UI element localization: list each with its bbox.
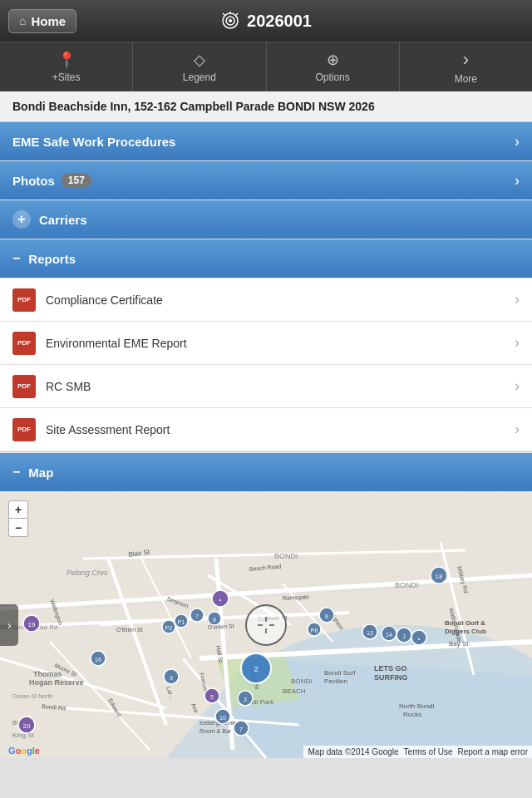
report-compliance-label: Compliance Certificate <box>46 293 515 307</box>
report-item-compliance[interactable]: PDF Compliance Certificate › <box>0 278 532 322</box>
svg-text:Pelong Cres: Pelong Cres <box>66 569 108 577</box>
svg-line-4 <box>223 13 224 15</box>
report-item-site-assessment[interactable]: PDF Site Assessment Report › <box>0 408 532 451</box>
site-assessment-chevron-icon: › <box>515 421 520 438</box>
svg-text:BONDI: BONDI <box>291 677 312 685</box>
address-bar: Bondi Beachside Inn, 152-162 Campbell Pa… <box>0 91 532 122</box>
svg-text:Bondi Surf: Bondi Surf <box>324 669 356 677</box>
pdf-icon-compliance: PDF <box>12 288 36 312</box>
google-logo: Google <box>8 746 40 756</box>
page-title: 2026001 <box>247 12 312 31</box>
pdf-icon-rcsmb: PDF <box>12 375 36 398</box>
reports-section[interactable]: − Reports <box>0 239 532 278</box>
report-map-error-link[interactable]: Report a map error <box>458 747 528 756</box>
svg-text:8: 8 <box>213 617 216 623</box>
svg-text:BEACH: BEACH <box>283 687 306 695</box>
map-container[interactable]: Blair St Beach Road Wellington Simpson O… <box>0 492 532 758</box>
report-item-environmental[interactable]: PDF Environmental EME Report › <box>0 322 532 365</box>
svg-text:P1: P1 <box>178 619 185 625</box>
svg-text:J: J <box>402 633 406 639</box>
antenna-icon <box>220 11 240 31</box>
options-icon: ⊕ <box>327 51 339 69</box>
svg-text:O'Brien St: O'Brien St <box>116 627 143 633</box>
svg-text:SURFING: SURFING <box>374 673 408 682</box>
report-rcsmb-label: RC SMB <box>46 380 515 393</box>
reports-list: PDF Compliance Certificate › PDF Environ… <box>0 278 532 451</box>
svg-text:P6: P6 <box>311 628 318 633</box>
photos-chevron-icon: › <box>515 172 520 190</box>
svg-text:3: 3 <box>244 697 247 702</box>
svg-text:9: 9 <box>170 675 173 681</box>
zoom-in-button[interactable]: + <box>8 500 28 519</box>
pdf-icon-environmental: PDF <box>12 332 36 355</box>
svg-text:Pavilion: Pavilion <box>324 677 347 685</box>
map-data-text: Map data ©2014 Google <box>308 747 398 756</box>
crosshair-icon <box>256 615 276 635</box>
tab-legend-label: Legend <box>183 71 216 83</box>
environmental-chevron-icon: › <box>515 334 520 352</box>
side-arrow-button[interactable]: › <box>0 604 18 646</box>
svg-text:13: 13 <box>367 630 373 636</box>
map-zoom-controls: + − <box>8 500 28 537</box>
reports-minus-icon: − <box>12 251 20 266</box>
svg-text:8: 8 <box>325 613 328 619</box>
svg-text:Diggers Club: Diggers Club <box>445 628 486 635</box>
photos-count-badge: 157 <box>62 173 91 188</box>
tab-options[interactable]: ⊕ Options <box>267 42 400 91</box>
svg-text:Bay St: Bay St <box>449 640 469 648</box>
svg-text:7: 7 <box>239 727 243 732</box>
terms-of-use-link[interactable]: Terms of Use <box>404 747 453 756</box>
home-button[interactable]: ⌂ Home <box>8 9 76 33</box>
svg-text:Bondi Golf &: Bondi Golf & <box>445 619 485 627</box>
svg-text:19: 19 <box>28 621 36 628</box>
svg-text:Rocks: Rocks <box>403 711 421 718</box>
svg-text:Room & Bar: Room & Bar <box>200 728 232 734</box>
svg-text:10: 10 <box>219 715 226 721</box>
map-minus-icon: − <box>12 465 20 480</box>
photos-section[interactable]: Photos 157 › <box>0 161 532 200</box>
pdf-icon-site-assessment: PDF <box>12 418 36 441</box>
svg-text:2: 2 <box>254 665 258 673</box>
rcsmb-chevron-icon: › <box>515 377 520 395</box>
map-section-header[interactable]: − Map <box>0 453 532 491</box>
compliance-chevron-icon: › <box>515 291 520 308</box>
tab-sites-label: +Sites <box>52 71 81 83</box>
tab-more[interactable]: › More <box>400 42 532 91</box>
svg-text:BONDI: BONDI <box>395 581 419 589</box>
home-icon: ⌂ <box>19 14 26 27</box>
reports-label: Reports <box>28 252 76 266</box>
eme-safe-section[interactable]: EME Safe Work Procedures › <box>0 122 532 160</box>
zoom-out-button[interactable]: − <box>8 519 28 537</box>
photos-label: Photos <box>12 174 55 188</box>
svg-text:•: • <box>219 596 222 603</box>
svg-text:20: 20 <box>23 722 31 730</box>
svg-text:5: 5 <box>210 694 214 700</box>
svg-text:North Bondi: North Bondi <box>399 702 434 710</box>
eme-safe-chevron-icon: › <box>515 133 520 150</box>
svg-text:18: 18 <box>436 573 443 580</box>
app-header: ⌂ Home 2026001 <box>0 0 532 42</box>
sites-icon: 📍 <box>57 51 76 69</box>
more-icon: › <box>463 49 469 71</box>
svg-text:Ocean St North: Ocean St North <box>12 693 52 699</box>
tab-legend[interactable]: ◇ Legend <box>133 42 266 91</box>
tab-sites[interactable]: 📍 +Sites <box>0 42 133 91</box>
map-crosshair <box>245 604 287 646</box>
eme-safe-label: EME Safe Work Procedures <box>12 135 175 149</box>
svg-text:LETS GO: LETS GO <box>374 664 407 672</box>
map-label: Map <box>28 466 53 480</box>
carriers-section[interactable]: + Carriers <box>0 200 532 239</box>
report-item-rcsmb[interactable]: PDF RC SMB › <box>0 365 532 408</box>
report-site-assessment-label: Site Assessment Report <box>46 423 515 436</box>
svg-text:Thomas: Thomas <box>33 670 62 678</box>
address-text: Bondi Beachside Inn, 152-162 Campbell Pa… <box>12 100 375 113</box>
svg-text:7: 7 <box>195 613 199 619</box>
report-environmental-label: Environmental EME Report <box>46 337 515 350</box>
carriers-label: Carriers <box>39 213 87 227</box>
legend-icon: ◇ <box>194 51 205 69</box>
header-title-area: 2026001 <box>220 11 312 31</box>
svg-text:14: 14 <box>386 632 392 638</box>
svg-text:Hogan Reserve: Hogan Reserve <box>29 678 84 687</box>
tab-options-label: Options <box>315 71 349 83</box>
home-label: Home <box>31 14 66 28</box>
